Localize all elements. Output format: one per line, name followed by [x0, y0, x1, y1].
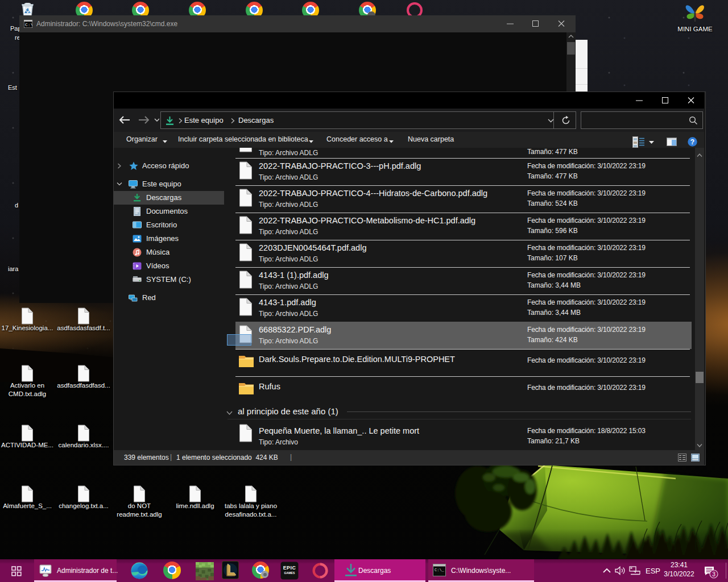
- svg-text:C:\: C:\: [25, 22, 32, 27]
- svg-text:?: ?: [690, 138, 694, 146]
- svg-text:3: 3: [712, 571, 715, 577]
